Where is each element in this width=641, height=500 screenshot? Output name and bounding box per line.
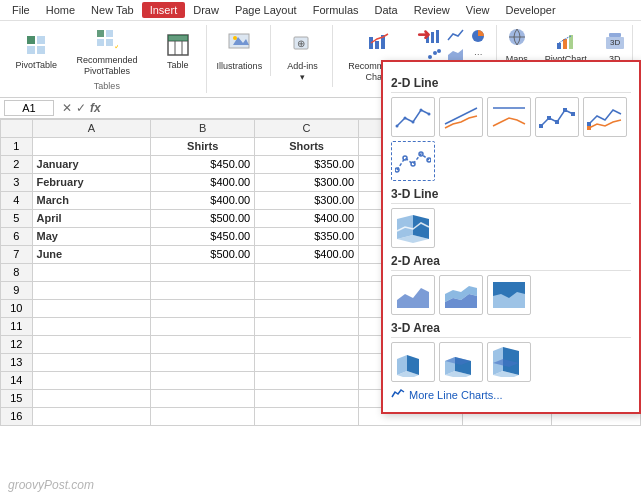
svg-point-52: [411, 162, 415, 166]
3d-area-chart-icon[interactable]: [391, 342, 435, 382]
stacked-line-markers-icon[interactable]: [583, 97, 627, 137]
menu-insert[interactable]: Insert: [142, 2, 186, 18]
svg-point-27: [433, 51, 437, 55]
menu-file[interactable]: File: [4, 2, 38, 18]
cell-b3[interactable]: $400.00: [151, 173, 255, 191]
cell-a1[interactable]: [32, 137, 151, 155]
svg-rect-48: [587, 122, 591, 126]
3d-100-stacked-area-chart-icon[interactable]: [487, 342, 531, 382]
addins-btn[interactable]: ⊕ Add-ins ▾: [281, 27, 324, 85]
svg-rect-43: [539, 124, 543, 128]
cell-c1[interactable]: Shorts: [255, 137, 359, 155]
col-b[interactable]: B: [151, 119, 255, 137]
menu-draw[interactable]: Draw: [185, 2, 227, 18]
cell-a5[interactable]: April: [32, 209, 151, 227]
cell-c5[interactable]: $400.00: [255, 209, 359, 227]
svg-rect-45: [555, 120, 559, 124]
pivot-table-btn[interactable]: PivotTable: [16, 32, 56, 73]
svg-rect-1: [37, 36, 45, 44]
svg-rect-20: [375, 41, 379, 49]
confirm-formula-icon[interactable]: ✓: [76, 101, 86, 115]
pivot-table-icon: [25, 34, 47, 59]
menu-formulas[interactable]: Formulas: [305, 2, 367, 18]
menu-data[interactable]: Data: [367, 2, 406, 18]
cell-b1[interactable]: Shirts: [151, 137, 255, 155]
table-btn[interactable]: Table: [158, 32, 198, 73]
3d-line-chart-icon[interactable]: [391, 208, 435, 248]
more-charts-line-icon: [391, 388, 405, 402]
recommended-pivot-icon: ✓: [96, 29, 118, 54]
cell-c3[interactable]: $300.00: [255, 173, 359, 191]
cell-c2[interactable]: $350.00: [255, 155, 359, 173]
svg-marker-58: [397, 288, 429, 308]
more-line-charts-text: More Line Charts...: [409, 389, 503, 401]
ribbon-group-addins: ⊕ Add-ins ▾: [273, 25, 333, 87]
svg-point-51: [403, 156, 407, 160]
ribbon-group-illustrations: Illustrations: [209, 25, 271, 76]
cell-reference[interactable]: [4, 100, 54, 116]
svg-rect-3: [37, 46, 45, 54]
2d-line-charts: [391, 97, 631, 137]
svg-point-26: [428, 55, 432, 59]
line-chart-small-btn[interactable]: [446, 27, 466, 45]
formula-icons: ✕ ✓ fx: [58, 101, 105, 115]
stacked-area-chart-icon[interactable]: [439, 275, 483, 315]
illustrations-icon: [228, 29, 250, 60]
svg-rect-7: [106, 39, 113, 46]
svg-rect-47: [571, 112, 575, 116]
illustrations-label: Illustrations: [217, 61, 263, 72]
cell-b6[interactable]: $450.00: [151, 227, 255, 245]
cell-a2[interactable]: January: [32, 155, 151, 173]
recommended-charts-icon: [368, 29, 390, 60]
3d-stacked-area-chart-icon[interactable]: [439, 342, 483, 382]
more-line-charts-link[interactable]: More Line Charts...: [391, 386, 631, 404]
line-extra-icon[interactable]: [391, 141, 435, 181]
cancel-formula-icon[interactable]: ✕: [62, 101, 72, 115]
menu-home[interactable]: Home: [38, 2, 83, 18]
menu-newtab[interactable]: New Tab: [83, 2, 142, 18]
svg-rect-2: [27, 46, 35, 54]
row-4-num: 4: [1, 191, 33, 209]
cell-c7[interactable]: $400.00: [255, 245, 359, 263]
watermark: groovyPost.com: [8, 478, 94, 492]
cell-c6[interactable]: $350.00: [255, 227, 359, 245]
pie-chart-btn[interactable]: [468, 27, 488, 45]
cell-a7[interactable]: June: [32, 245, 151, 263]
svg-point-42: [428, 113, 431, 116]
illustrations-btn[interactable]: Illustrations: [213, 27, 267, 74]
100-stacked-area-chart-icon[interactable]: [487, 275, 531, 315]
svg-point-28: [437, 49, 441, 53]
line-with-markers-icon[interactable]: [535, 97, 579, 137]
addins-label: Add-ins ▾: [285, 61, 320, 83]
cell-b4[interactable]: $400.00: [151, 191, 255, 209]
menu-view[interactable]: View: [458, 2, 498, 18]
cell-b7[interactable]: $500.00: [151, 245, 255, 263]
recommended-pivot-btn[interactable]: ✓ Recommended PivotTables: [60, 27, 153, 79]
cell-b5[interactable]: $500.00: [151, 209, 255, 227]
stacked-line-chart-icon[interactable]: [439, 97, 483, 137]
menu-pagelayout[interactable]: Page Layout: [227, 2, 305, 18]
svg-rect-33: [563, 39, 567, 49]
svg-text:⊕: ⊕: [297, 38, 305, 49]
col-c[interactable]: C: [255, 119, 359, 137]
section-3d-line: 3-D Line: [391, 187, 631, 204]
col-a[interactable]: A: [32, 119, 151, 137]
svg-rect-13: [168, 35, 188, 41]
cell-b2[interactable]: $450.00: [151, 155, 255, 173]
100-stacked-line-chart-icon[interactable]: [487, 97, 531, 137]
table-icon: [167, 34, 189, 59]
cell-a4[interactable]: March: [32, 191, 151, 209]
cell-a6[interactable]: May: [32, 227, 151, 245]
corner-header: [1, 119, 33, 137]
svg-rect-4: [97, 30, 104, 37]
row-1-num: 1: [1, 137, 33, 155]
insert-function-icon[interactable]: fx: [90, 101, 101, 115]
svg-rect-49: [587, 126, 591, 130]
menu-developer[interactable]: Developer: [497, 2, 563, 18]
cell-a3[interactable]: February: [32, 173, 151, 191]
area-chart-icon[interactable]: [391, 275, 435, 315]
cell-c4[interactable]: $300.00: [255, 191, 359, 209]
line-chart-icon[interactable]: [391, 97, 435, 137]
menu-review[interactable]: Review: [406, 2, 458, 18]
svg-rect-23: [431, 32, 434, 43]
